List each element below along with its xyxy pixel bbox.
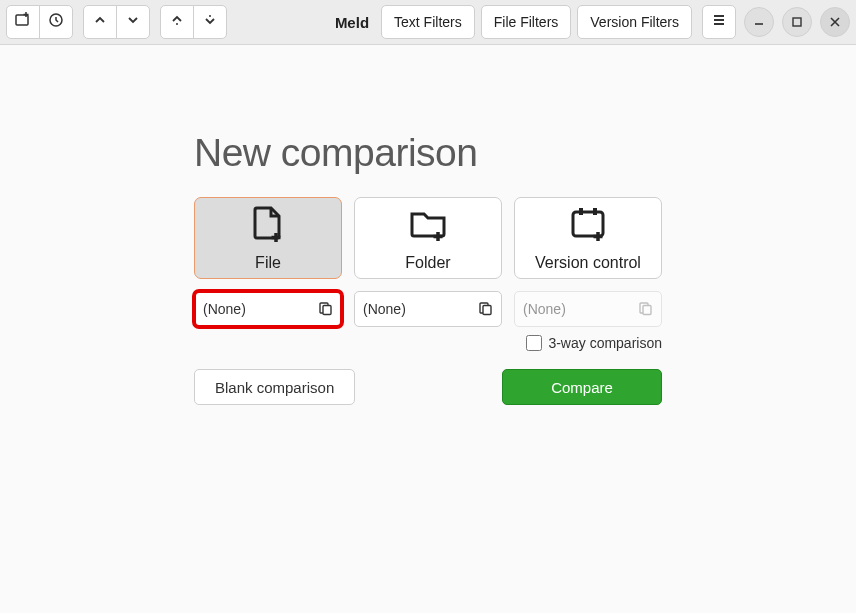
svg-rect-13	[643, 305, 651, 314]
file-filters-button[interactable]: File Filters	[481, 5, 572, 39]
vc-plus-icon	[567, 204, 609, 254]
main-content: New comparison File Folder Version contr…	[0, 45, 856, 405]
chevron-down-dot-icon	[203, 13, 217, 31]
file-choosers: (None) (None) (None)	[194, 291, 662, 327]
page-heading: New comparison	[194, 131, 662, 175]
threeway-row: 3-way comparison	[194, 335, 662, 351]
threeway-text: 3-way comparison	[548, 335, 662, 351]
next-change-button[interactable]	[116, 5, 150, 39]
threeway-checkbox[interactable]	[526, 335, 542, 351]
version-filters-button[interactable]: Version Filters	[577, 5, 692, 39]
paste-icon	[317, 300, 333, 319]
file-chooser-1-label: (None)	[203, 301, 317, 317]
hamburger-menu-button[interactable]	[702, 5, 736, 39]
window-close-button[interactable]	[820, 7, 850, 37]
comparison-type-cards: File Folder Version control	[194, 197, 662, 279]
svg-rect-9	[323, 305, 331, 314]
header-bar: Meld Text Filters File Filters Version F…	[0, 0, 856, 45]
chevron-up-dot-icon	[170, 13, 184, 31]
file-chooser-3-label: (None)	[523, 301, 637, 317]
card-folder-label: Folder	[405, 254, 450, 272]
blank-comparison-button[interactable]: Blank comparison	[194, 369, 355, 405]
maximize-icon	[792, 13, 802, 31]
recent-button[interactable]	[39, 5, 73, 39]
svg-rect-6	[579, 208, 583, 215]
window-minimize-button[interactable]	[744, 7, 774, 37]
window-maximize-button[interactable]	[782, 7, 812, 37]
card-file-label: File	[255, 254, 281, 272]
svg-point-3	[209, 15, 211, 17]
folder-plus-icon	[407, 204, 449, 254]
svg-rect-4	[793, 18, 801, 26]
app-title: Meld	[335, 14, 369, 31]
file-plus-icon	[247, 204, 289, 254]
file-chooser-1[interactable]: (None)	[194, 291, 342, 327]
threeway-checkbox-label[interactable]: 3-way comparison	[526, 335, 662, 351]
compare-button[interactable]: Compare	[502, 369, 662, 405]
svg-rect-11	[483, 305, 491, 314]
actions-row: Blank comparison Compare	[194, 369, 662, 405]
card-vc-label: Version control	[535, 254, 641, 272]
close-icon	[830, 13, 840, 31]
file-chooser-3: (None)	[514, 291, 662, 327]
file-chooser-2-label: (None)	[363, 301, 477, 317]
tab-plus-icon	[15, 12, 31, 32]
chevron-up-icon	[93, 13, 107, 31]
svg-rect-7	[593, 208, 597, 215]
hamburger-icon	[712, 13, 726, 31]
prev-conflict-button[interactable]	[160, 5, 194, 39]
paste-icon	[637, 300, 653, 319]
history-icon	[48, 12, 64, 32]
new-tab-button[interactable]	[6, 5, 40, 39]
file-chooser-2[interactable]: (None)	[354, 291, 502, 327]
text-filters-button[interactable]: Text Filters	[381, 5, 475, 39]
svg-point-2	[176, 23, 178, 25]
card-version-control[interactable]: Version control	[514, 197, 662, 279]
next-conflict-button[interactable]	[193, 5, 227, 39]
prev-change-button[interactable]	[83, 5, 117, 39]
card-folder[interactable]: Folder	[354, 197, 502, 279]
card-file[interactable]: File	[194, 197, 342, 279]
paste-icon	[477, 300, 493, 319]
chevron-down-icon	[126, 13, 140, 31]
minimize-icon	[754, 13, 764, 31]
